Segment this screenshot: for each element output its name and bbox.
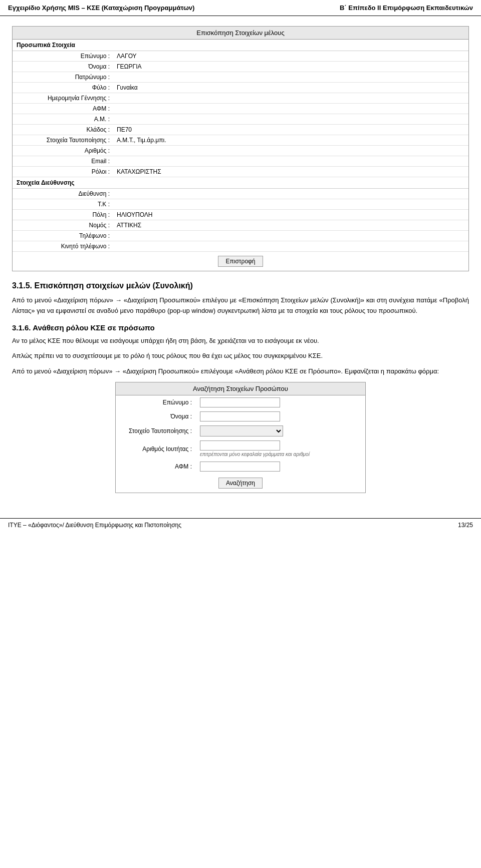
search-button-row: Αναζήτηση: [116, 474, 365, 493]
field-value: [113, 146, 468, 156]
search-text-input[interactable]: [200, 441, 280, 451]
field-label: Τ.Κ :: [13, 199, 113, 210]
field-label: Διεύθυνση :: [13, 189, 113, 199]
table-row: Επώνυμο :: [116, 395, 365, 409]
field-value: [113, 93, 468, 104]
section-316-paragraph2: Απλώς πρέπει να το συσχετίσουμε με το ρό…: [12, 351, 469, 361]
table-row: Όνομα :: [116, 409, 365, 423]
main-content: Επισκόπηση Στοιχείων μέλους Προσωπικά Στ…: [0, 16, 481, 508]
table-row: Κλάδος : ΠΕ70: [13, 125, 468, 135]
personal-fields-table: Επώνυμο : ΛΑΓΟΥ Όνομα : ΓΕΩΡΓΙΑ Πατρώνυμ…: [13, 51, 468, 177]
search-field-value[interactable]: [196, 460, 365, 474]
search-field-label: ΑΦΜ :: [116, 460, 196, 474]
search-panel-title: Αναζήτηση Στοιχείων Προσώπου: [116, 382, 365, 395]
search-select-input[interactable]: [200, 425, 283, 437]
table-row: Πόλη : ΗΛΙΟΥΠΟΛΗ: [13, 210, 468, 220]
field-value: [113, 156, 468, 167]
header-right: Β΄ Επίπεδο ΙΙ Επιμόρφωση Εκπαιδευτικών: [340, 4, 473, 12]
table-row: Τ.Κ :: [13, 199, 468, 210]
field-label: Κινητό τηλέφωνο :: [13, 241, 113, 252]
section-316-heading: 3.1.6. Ανάθεση ρόλου ΚΣΕ σε πρόσωπο: [12, 323, 469, 332]
table-row: Στοιχεία Ταυτοποίησης : Α.Μ.Τ., Τιμ.άρ.μ…: [13, 135, 468, 146]
table-row: Όνομα : ΓΕΩΡΓΙΑ: [13, 62, 468, 72]
table-row: Email :: [13, 156, 468, 167]
table-row: Διεύθυνση :: [13, 189, 468, 199]
search-field-label: Αριθμός Ιουτήτας :: [116, 439, 196, 460]
table-row: Πατρώνυμο :: [13, 72, 468, 83]
field-value: Α.Μ.Τ., Τιμ.άρ.μπι.: [113, 135, 468, 146]
field-label: Στοιχεία Ταυτοποίησης :: [13, 135, 113, 146]
table-row: Α.Μ. :: [13, 114, 468, 125]
search-fields-table: Επώνυμο : Όνομα : Στοιχείο Ταυτοποίησης …: [116, 395, 365, 474]
table-row: Κινητό τηλέφωνο :: [13, 241, 468, 252]
field-value: [113, 189, 468, 199]
field-value: ΛΑΓΟΥ: [113, 51, 468, 62]
field-label: ΑΦΜ :: [13, 104, 113, 114]
address-section-title: Στοιχεία Διεύθυνσης: [13, 177, 468, 189]
table-row: Στοιχείο Ταυτοποίησης :: [116, 423, 365, 439]
field-label: Α.Μ. :: [13, 114, 113, 125]
table-row: ΑΦΜ :: [116, 460, 365, 474]
header-left: Εγχειρίδιο Χρήσης MIS – ΚΣΕ (Καταχώριση …: [8, 4, 194, 12]
field-label: Κλάδος :: [13, 125, 113, 135]
search-text-input[interactable]: [200, 462, 280, 472]
search-field-value[interactable]: επιτρέπονται μόνο κεφαλαία γράμματα και …: [196, 439, 365, 460]
search-field-value[interactable]: [196, 409, 365, 423]
field-value: ΓΕΩΡΓΙΑ: [113, 62, 468, 72]
table-row: Ρόλοι : ΚΑΤΑΧΩΡΙΣΤΗΣ: [13, 167, 468, 177]
footer-left: ΙΤΥΕ – «Διόφαντος»/ Διεύθυνση Επιμόρφωση…: [8, 522, 181, 529]
address-fields-table: Διεύθυνση : Τ.Κ : Πόλη : ΗΛΙΟΥΠΟΛΗ Νομός…: [13, 189, 468, 252]
table-row: Νομός : ΑΤΤΙΚΗΣ: [13, 220, 468, 231]
search-text-input[interactable]: [200, 397, 280, 407]
field-label: Επώνυμο :: [13, 51, 113, 62]
field-label: Ημερομηνία Γέννησης :: [13, 93, 113, 104]
field-label: Πατρώνυμο :: [13, 72, 113, 83]
page-header: Εγχειρίδιο Χρήσης MIS – ΚΣΕ (Καταχώριση …: [0, 0, 481, 16]
back-button[interactable]: Επιστροφή: [218, 256, 263, 267]
table-row: Φύλο : Γυναίκα: [13, 83, 468, 93]
member-details-panel: Επισκόπηση Στοιχείων μέλους Προσωπικά Στ…: [12, 26, 469, 271]
field-value: [113, 114, 468, 125]
form-panel-title: Επισκόπηση Στοιχείων μέλους: [13, 27, 468, 40]
field-label: Φύλο :: [13, 83, 113, 93]
search-field-value[interactable]: [196, 395, 365, 409]
field-label: Ρόλοι :: [13, 167, 113, 177]
search-field-label: Στοιχείο Ταυτοποίησης :: [116, 423, 196, 439]
personal-section-title: Προσωπικά Στοιχεία: [13, 40, 468, 51]
search-field-label: Όνομα :: [116, 409, 196, 423]
field-value: ΠΕ70: [113, 125, 468, 135]
table-row: Επώνυμο : ΛΑΓΟΥ: [13, 51, 468, 62]
search-field-label: Επώνυμο :: [116, 395, 196, 409]
field-value: [113, 231, 468, 241]
field-label: Αριθμός :: [13, 146, 113, 156]
field-value: ΚΑΤΑΧΩΡΙΣΤΗΣ: [113, 167, 468, 177]
field-value: [113, 241, 468, 252]
table-row: Τηλέφωνο :: [13, 231, 468, 241]
footer-right: 13/25: [458, 522, 473, 529]
field-value: [113, 199, 468, 210]
search-hint: επιτρέπονται μόνο κεφαλαία γράμματα και …: [200, 452, 310, 457]
field-value: [113, 104, 468, 114]
field-label: Email :: [13, 156, 113, 167]
field-value: [113, 72, 468, 83]
field-label: Νομός :: [13, 220, 113, 231]
form-button-row: Επιστροφή: [13, 252, 468, 271]
section-316-paragraph1: Αν το μέλος ΚΣΕ που θέλουμε να εισάγουμε…: [12, 336, 469, 346]
search-button[interactable]: Αναζήτηση: [218, 478, 263, 489]
search-field-value[interactable]: [196, 423, 365, 439]
table-row: Αριθμός Ιουτήτας : επιτρέπονται μόνο κεφ…: [116, 439, 365, 460]
field-label: Τηλέφωνο :: [13, 231, 113, 241]
field-value: ΗΛΙΟΥΠΟΛΗ: [113, 210, 468, 220]
table-row: ΑΦΜ :: [13, 104, 468, 114]
section-315-heading: 3.1.5. Επισκόπηση στοιχείων μελών (Συνολ…: [12, 281, 469, 290]
field-value: ΑΤΤΙΚΗΣ: [113, 220, 468, 231]
field-label: Πόλη :: [13, 210, 113, 220]
search-panel: Αναζήτηση Στοιχείων Προσώπου Επώνυμο : Ό…: [115, 382, 366, 493]
table-row: Αριθμός :: [13, 146, 468, 156]
table-row: Ημερομηνία Γέννησης :: [13, 93, 468, 104]
search-text-input[interactable]: [200, 411, 280, 421]
section-315-paragraph: Από το μενού «Διαχείριση πόρων» → «Διαχε…: [12, 295, 469, 316]
field-label: Όνομα :: [13, 62, 113, 72]
page-footer: ΙΤΥΕ – «Διόφαντος»/ Διεύθυνση Επιμόρφωση…: [0, 518, 481, 532]
field-value: Γυναίκα: [113, 83, 468, 93]
